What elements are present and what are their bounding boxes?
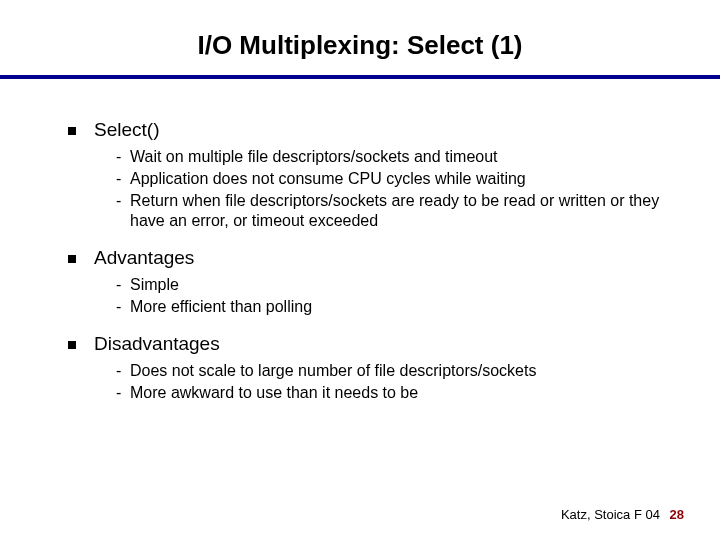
list-item: - Simple: [116, 275, 660, 295]
list-item: - Application does not consume CPU cycle…: [116, 169, 660, 189]
section-heading: Disadvantages: [94, 333, 220, 355]
list-item: - Does not scale to large number of file…: [116, 361, 660, 381]
dash-bullet-icon: -: [116, 297, 130, 317]
list-item: - Wait on multiple file descriptors/sock…: [116, 147, 660, 167]
square-bullet-icon: [68, 341, 76, 349]
list-item-text: More awkward to use than it needs to be: [130, 383, 418, 403]
footer-text: Katz, Stoica F 04: [561, 507, 660, 522]
list-item: - More awkward to use than it needs to b…: [116, 383, 660, 403]
square-bullet-icon: [68, 255, 76, 263]
bullet-section-2: Advantages: [68, 247, 660, 269]
dash-bullet-icon: -: [116, 275, 130, 295]
section-2-items: - Simple - More efficient than polling: [116, 275, 660, 317]
page-number: 28: [670, 507, 684, 522]
list-item-text: More efficient than polling: [130, 297, 312, 317]
dash-bullet-icon: -: [116, 147, 130, 167]
square-bullet-icon: [68, 127, 76, 135]
list-item: - More efficient than polling: [116, 297, 660, 317]
dash-bullet-icon: -: [116, 383, 130, 403]
list-item-text: Simple: [130, 275, 179, 295]
bullet-section-3: Disadvantages: [68, 333, 660, 355]
list-item-text: Does not scale to large number of file d…: [130, 361, 536, 381]
list-item-text: Return when file descriptors/sockets are…: [130, 191, 660, 231]
slide-footer: Katz, Stoica F 04 28: [561, 507, 684, 522]
dash-bullet-icon: -: [116, 361, 130, 381]
section-heading: Advantages: [94, 247, 194, 269]
list-item-text: Application does not consume CPU cycles …: [130, 169, 526, 189]
bullet-section-1: Select(): [68, 119, 660, 141]
slide-content: Select() - Wait on multiple file descrip…: [0, 79, 720, 403]
dash-bullet-icon: -: [116, 169, 130, 189]
list-item: - Return when file descriptors/sockets a…: [116, 191, 660, 231]
section-heading: Select(): [94, 119, 159, 141]
section-1-items: - Wait on multiple file descriptors/sock…: [116, 147, 660, 231]
dash-bullet-icon: -: [116, 191, 130, 211]
section-3-items: - Does not scale to large number of file…: [116, 361, 660, 403]
slide-title: I/O Multiplexing: Select (1): [0, 0, 720, 75]
list-item-text: Wait on multiple file descriptors/socket…: [130, 147, 498, 167]
slide: I/O Multiplexing: Select (1) Select() - …: [0, 0, 720, 540]
